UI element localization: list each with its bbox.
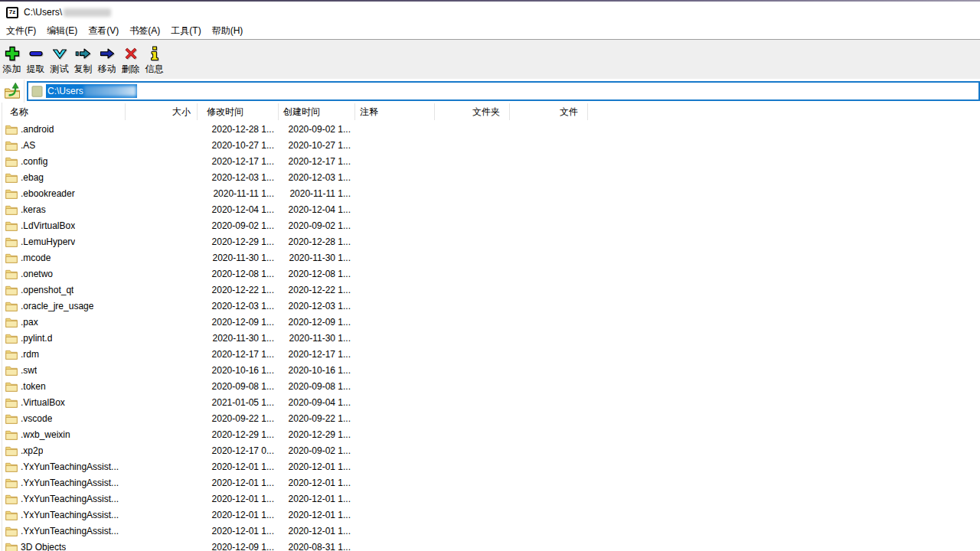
file-row[interactable]: .xp2p 2020-12-17 0... 2020-09-02 1... [2,442,979,458]
file-row[interactable]: .rdm 2020-12-17 1... 2020-12-17 1... [2,346,979,362]
file-row[interactable]: .openshot_qt 2020-12-22 1... 2020-12-22 … [2,282,979,298]
file-row[interactable]: .VirtualBox 2021-01-05 1... 2020-09-04 1… [2,394,979,410]
file-modified-time: 2020-12-01 1... [198,494,279,504]
file-created-time: 2020-09-02 1... [279,124,355,135]
folder-icon [5,140,18,151]
file-created-time: 2020-09-04 1... [279,397,355,408]
file-modified-time: 2020-12-22 1... [198,285,279,295]
file-modified-time: 2020-10-16 1... [198,365,279,376]
file-created-time: 2020-12-01 1... [279,494,355,504]
file-row[interactable]: 3D Objects 2020-12-09 1... 2020-08-31 1.… [2,539,979,551]
file-modified-time: 2020-12-01 1... [198,526,279,536]
file-row[interactable]: .LemuHyperv 2020-12-29 1... 2020-12-28 1… [2,233,979,249]
menu-bookmarks[interactable]: 书签(A) [124,22,165,40]
menu-view[interactable]: 查看(V) [83,22,124,40]
file-row[interactable]: .YxYunTeachingAssist... 2020-12-01 1... … [2,491,979,507]
menu-tools[interactable]: 工具(T) [165,22,206,40]
file-row[interactable]: .vscode 2020-09-22 1... 2020-09-22 1... [2,410,979,426]
extract-button[interactable]: 提取 [24,40,47,76]
file-name: .oracle_jre_usage [21,301,93,311]
menu-help[interactable]: 帮助(H) [207,22,249,40]
menu-file[interactable]: 文件(F) [1,22,41,40]
toolbar-button-label: 信息 [145,63,164,76]
column-size[interactable]: 大小 [126,103,198,120]
file-row[interactable]: .LdVirtualBox 2020-09-02 1... 2020-09-02… [2,217,979,233]
folder-icon [5,188,18,199]
file-modified-time: 2020-09-02 1... [198,220,279,231]
file-row[interactable]: .pax 2020-12-09 1... 2020-12-09 1... [2,314,979,330]
file-modified-time: 2020-12-01 1... [198,478,279,488]
file-modified-time: 2020-12-17 1... [198,349,279,360]
column-files[interactable]: 文件 [510,103,588,120]
menu-edit[interactable]: 编辑(E) [41,22,83,40]
toolbar-button-label: 删除 [122,63,140,76]
file-created-time: 2020-12-03 1... [279,172,355,183]
file-modified-time: 2020-12-08 1... [198,269,279,279]
file-row[interactable]: .android 2020-12-28 1... 2020-09-02 1... [2,121,979,137]
toolbar-button-label: 移动 [98,63,116,76]
file-row[interactable]: .swt 2020-10-16 1... 2020-10-16 1... [2,362,979,378]
folder-icon [5,526,18,536]
folder-icon [5,542,18,551]
file-row[interactable]: .ebookreader 2020-11-11 1... 2020-11-11 … [2,185,979,201]
file-name: .openshot_qt [21,285,74,295]
file-row[interactable]: .YxYunTeachingAssist... 2020-12-01 1... … [2,507,979,523]
file-row[interactable]: .wxb_weixin 2020-12-29 1... 2020-12-29 1… [2,426,979,442]
file-modified-time: 2020-12-01 1... [198,461,279,472]
window-title: C:\Users\ [24,7,62,18]
column-modified[interactable]: 修改时间 [198,103,279,120]
file-modified-time: 2020-09-22 1... [198,413,279,424]
file-name: .wxb_weixin [21,429,70,440]
column-comment[interactable]: 注释 [355,103,435,120]
folder-icon [5,429,18,440]
file-created-time: 2020-11-30 1... [279,253,355,263]
file-created-time: 2020-09-22 1... [279,413,355,424]
file-row[interactable]: .config 2020-12-17 1... 2020-12-17 1... [2,153,979,169]
file-row[interactable]: .keras 2020-12-04 1... 2020-12-04 1... [2,201,979,217]
folder-icon [5,301,18,311]
toolbar-button-label: 添加 [3,63,21,76]
file-name: .AS [21,140,35,151]
file-name: .VirtualBox [21,397,65,408]
file-modified-time: 2020-12-03 1... [198,301,279,311]
column-created[interactable]: 创建时间 [279,103,355,120]
file-created-time: 2020-09-08 1... [279,381,355,392]
parent-folder-button[interactable] [3,82,22,100]
file-row[interactable]: .YxYunTeachingAssist... 2020-12-01 1... … [2,523,979,539]
file-row[interactable]: .token 2020-09-08 1... 2020-09-08 1... [2,378,979,394]
file-name: .config [21,156,47,167]
file-row[interactable]: .ebag 2020-12-03 1... 2020-12-03 1... [2,169,979,185]
address-folder-icon [31,86,44,97]
menubar: 文件(F)编辑(E)查看(V)书签(A)工具(T)帮助(H) [0,23,980,39]
file-row[interactable]: .mcode 2020-11-30 1... 2020-11-30 1... [2,249,979,266]
delete-button[interactable]: 删除 [119,40,142,76]
file-row[interactable]: .AS 2020-10-27 1... 2020-10-27 1... [2,137,979,153]
test-icon [51,45,68,62]
move-button[interactable]: 移动 [95,40,119,76]
file-row[interactable]: .onetwo 2020-12-08 1... 2020-12-08 1... [2,266,979,282]
copy-button[interactable]: 复制 [71,40,95,76]
file-created-time: 2020-12-01 1... [279,478,355,488]
info-button[interactable]: 信息 [142,40,166,76]
test-button[interactable]: 测试 [47,40,71,76]
folder-icon [5,204,18,215]
file-row[interactable]: .oracle_jre_usage 2020-12-03 1... 2020-1… [2,298,979,314]
column-folders[interactable]: 文件夹 [435,103,510,120]
column-name[interactable]: 名称 [2,103,126,120]
column-header: 名称大小修改时间创建时间注释文件夹文件 [2,103,588,121]
folder-icon [5,285,18,295]
address-redacted-username [84,86,136,96]
file-row[interactable]: .pylint.d 2020-11-30 1... 2020-11-30 1..… [2,330,979,346]
add-button[interactable]: 添加 [0,40,24,76]
address-separator [24,80,24,103]
folder-icon [5,269,18,279]
address-input[interactable]: C:\Users [27,81,980,101]
info-icon [146,45,163,62]
add-icon [4,45,21,62]
file-created-time: 2020-12-09 1... [279,317,355,328]
file-row[interactable]: .YxYunTeachingAssist... 2020-12-01 1... … [2,458,979,474]
folder-icon [5,349,18,360]
copy-icon [75,45,92,62]
folder-icon [5,381,18,392]
file-row[interactable]: .YxYunTeachingAssist... 2020-12-01 1... … [2,474,979,491]
